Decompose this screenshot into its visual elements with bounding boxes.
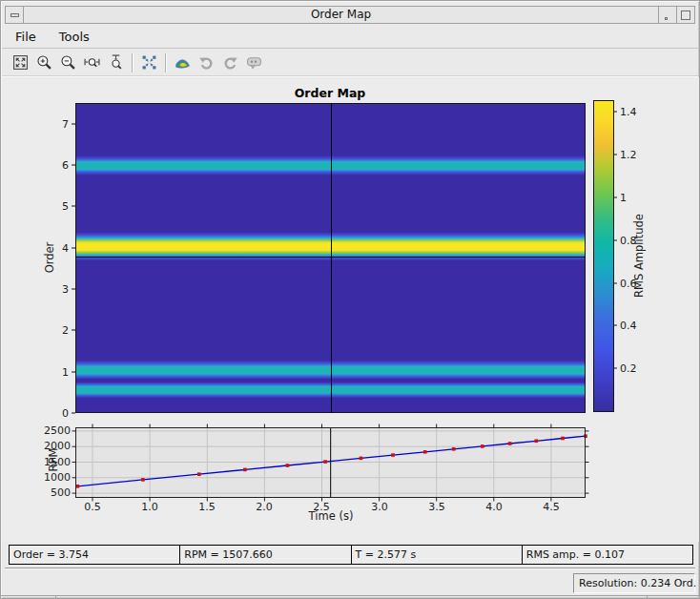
minimize-icon (665, 17, 668, 20)
colormap-surface-button[interactable] (172, 52, 193, 73)
time-axis-label: Time (s) (309, 509, 354, 523)
zoom-y-button[interactable] (105, 52, 126, 73)
readout-time: T = 2.577 s (351, 546, 522, 564)
order-axis-label: Order (43, 242, 56, 274)
colorbar: 0.20.40.60.811.21.4 (593, 100, 614, 412)
order-ytick-label: 3 (59, 283, 72, 296)
frame-notch (647, 595, 648, 599)
menu-file[interactable]: File (15, 30, 36, 44)
toolbar-separator (132, 53, 133, 72)
titlebar: Order Map (5, 6, 695, 24)
zoom-y-icon (108, 54, 124, 71)
window-menu-icon (10, 13, 19, 17)
rpm-marker (286, 464, 290, 467)
rotate-left-button[interactable] (196, 52, 216, 73)
order-cursor-line[interactable] (75, 257, 586, 258)
rpm-ytick-label: 500 (2, 486, 71, 499)
window-frame-edge (1, 595, 699, 596)
time-xtick-label: 0.5 (84, 501, 101, 513)
tick-mark (72, 330, 75, 331)
time-xtick-label: 1.5 (198, 501, 216, 513)
rpm-marker (197, 472, 201, 476)
order-ytick-label: 5 (59, 200, 72, 213)
rpm-marker (508, 442, 512, 445)
time-xtick-label: 3.0 (371, 501, 388, 513)
tick-mark (72, 206, 75, 207)
colorbar-tick-label: 1.4 (617, 106, 640, 118)
colorbar-label: RMS Amplitude (632, 214, 646, 298)
rotate-right-icon (222, 54, 238, 71)
time-xtick-label: 4.0 (485, 501, 503, 513)
order-map-axes: 01234567 (75, 103, 586, 413)
tick-mark (72, 247, 75, 248)
time-xtick-label: 4.5 (543, 501, 560, 513)
rpm-marker (481, 444, 484, 448)
rpm-axes[interactable] (75, 427, 586, 498)
plot-title: Order Map (75, 86, 585, 100)
cursor-readout-bar: Order = 3.754 RPM = 1507.660 T = 2.577 s… (9, 545, 693, 565)
tick-mark (72, 413, 75, 414)
rpm-marker (141, 478, 145, 482)
toolbar (2, 50, 698, 76)
order-ytick-label: 0 (59, 407, 72, 420)
rpm-marker (391, 453, 395, 457)
zoom-in-button[interactable] (33, 52, 54, 73)
menu-tools[interactable]: Tools (59, 30, 90, 44)
zoom-x-icon (84, 54, 100, 71)
frame-notch (55, 595, 56, 599)
zoom-x-button[interactable] (81, 52, 102, 73)
order-ytick-label: 6 (59, 159, 72, 172)
tick-mark (72, 165, 75, 166)
rpm-marker (76, 485, 80, 488)
time-cursor-line[interactable] (331, 103, 332, 413)
center-view-button[interactable] (138, 52, 159, 73)
zoom-in-icon (36, 54, 52, 71)
time-xtick-label: 2.0 (256, 501, 273, 513)
readout-rpm: RPM = 1507.660 (179, 546, 350, 564)
colorbar-tick-label: 0.2 (617, 362, 640, 375)
rpm-ytick-label: 1000 (2, 471, 71, 484)
order-ytick-label: 4 (59, 241, 72, 254)
rpm-ytick-label: 2000 (2, 440, 71, 452)
rpm-ytick-label: 2500 (2, 424, 71, 437)
order-ytick-label: 2 (59, 324, 72, 337)
tick-mark (72, 123, 75, 124)
order-map-window: Order Map File Tools (0, 0, 700, 599)
rpm-marker (243, 468, 247, 472)
maximize-button[interactable] (676, 6, 695, 24)
window-title: Order Map (23, 6, 659, 24)
time-xtick-label: 3.5 (428, 501, 445, 513)
figure-area: Order Map 01234567 Order 0.20.40.60.811.… (2, 77, 700, 542)
fit-to-view-button[interactable] (10, 52, 31, 73)
datatip-button[interactable] (243, 52, 264, 73)
maximize-icon (681, 10, 690, 20)
toolbar-separator (165, 53, 166, 72)
colorbar-tick-label: 1.2 (617, 149, 640, 161)
menubar: File Tools (2, 26, 698, 49)
order-ytick-label: 1 (59, 365, 72, 378)
datatip-icon (246, 54, 262, 71)
readout-order: Order = 3.754 (10, 546, 179, 564)
rpm-marker (360, 457, 363, 461)
readout-rms: RMS amp. = 0.107 (522, 546, 692, 564)
zoom-out-icon (60, 54, 76, 71)
minimize-button[interactable] (658, 6, 677, 24)
order-ytick-label: 7 (59, 117, 72, 130)
colorbar-tick-label: 1 (617, 191, 629, 203)
fit-to-view-icon (12, 54, 29, 71)
colorbar-tick-label: 0.4 (617, 320, 640, 332)
rpm-ytick-label: 1500 (2, 456, 71, 468)
center-view-icon (141, 54, 157, 71)
rpm-marker (323, 460, 327, 464)
time-xtick-label: 1.0 (141, 501, 158, 513)
tick-mark (72, 289, 75, 290)
rpm-marker (535, 440, 539, 444)
resolution-readout: Resolution: 0.234 Ord. (573, 573, 695, 593)
rotate-right-button[interactable] (219, 52, 240, 73)
statusbar-divider (5, 568, 695, 568)
zoom-out-button[interactable] (57, 52, 78, 73)
rotate-left-icon (198, 54, 215, 71)
tick-mark (72, 371, 75, 372)
colormap-surface-icon (175, 54, 191, 71)
window-menu-button[interactable] (5, 6, 24, 24)
